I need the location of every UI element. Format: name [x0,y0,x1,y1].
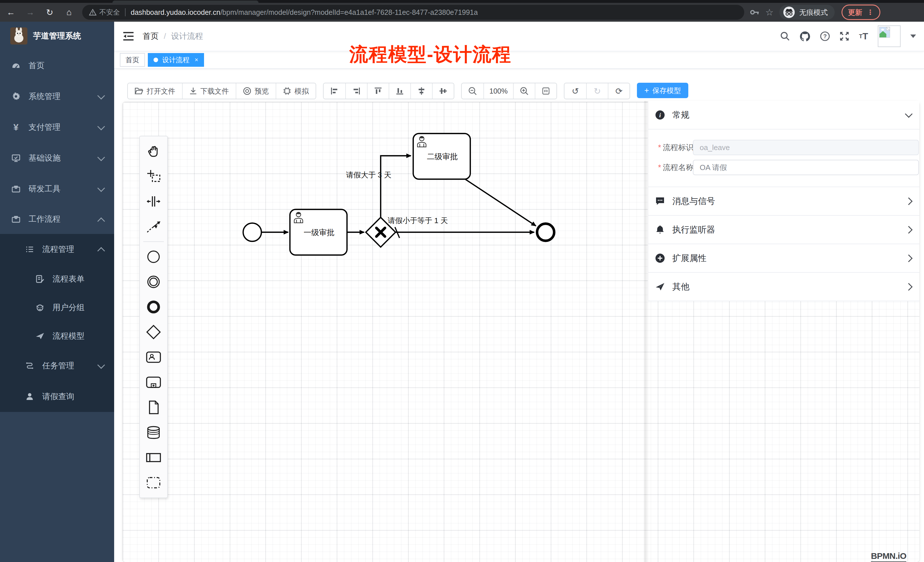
plus-circle-icon [655,253,665,263]
info-icon: i [655,110,665,120]
save-model-button[interactable]: + 保存模型 [637,83,688,98]
section-message-signal[interactable]: 消息与信号 [648,187,920,216]
tab-home[interactable]: 首页 [120,53,145,67]
align-center-h-button[interactable] [410,83,432,99]
flow-label-gt[interactable]: 请假大于 3 天 [346,171,392,179]
sidebar-item-system[interactable]: 系统管理 [0,81,114,112]
undo-button[interactable]: ↺ [564,83,586,99]
user-task-1[interactable]: 一级审批 [290,210,347,255]
palette-subprocess[interactable] [140,370,167,395]
avatar-dropdown-caret[interactable] [910,34,916,38]
url-bar[interactable]: 不安全 dashboard.yudao.iocoder.cn/bpm/manag… [82,5,744,20]
palette-space-tool[interactable] [140,189,167,214]
tab-design-process[interactable]: 设计流程 × [148,53,204,67]
browser-active-tab[interactable] [112,1,258,3]
section-general[interactable]: i 常规 [648,101,920,129]
button-label: 模拟 [294,87,309,96]
browser-back-button[interactable]: ← [2,7,20,17]
browser-navbar: ← → ↻ ⌂ 不安全 dashboard.yudao.iocoder.cn/b… [0,3,924,22]
redo-button[interactable]: ↻ [586,83,608,99]
process-key-input[interactable] [693,140,919,155]
palette-group[interactable] [140,470,167,495]
close-icon[interactable]: × [195,56,198,64]
align-center-v-button[interactable] [432,83,454,99]
bookmark-star-icon[interactable]: ☆ [765,7,774,18]
help-icon[interactable]: ? [820,31,830,41]
sidebar-item-devtools[interactable]: 研发工具 [0,174,114,204]
palette-lasso-tool[interactable] [140,164,167,189]
flow-label-le[interactable]: 请假小于等于 1 天 [388,216,448,225]
sidebar-item-workflow[interactable]: 工作流程 [0,204,114,234]
sidebar-fold-icon[interactable] [123,32,134,40]
sidebar-item-user-group[interactable]: 用户分组 [0,293,114,322]
palette-user-task[interactable] [140,345,167,370]
flow-task2-to-end[interactable] [465,179,536,226]
section-other[interactable]: 其他 [648,273,920,301]
end-event-node[interactable] [537,224,554,241]
zoom-reset-button[interactable] [535,83,556,99]
palette-hand-tool[interactable] [140,139,167,164]
align-left-button[interactable] [324,83,345,99]
browser-menu-icon[interactable]: ⋮ [867,8,874,16]
palette-data-object[interactable] [140,395,167,420]
palette-end-event[interactable] [140,294,167,319]
sidebar-item-process-mgmt[interactable]: 流程管理 [0,234,114,265]
search-icon[interactable] [780,31,790,41]
section-extended-attrs[interactable]: 扩展属性 [648,244,920,273]
chevron-down-icon [97,361,105,369]
start-event-node[interactable] [243,223,261,241]
button-label: 打开文件 [147,87,175,96]
palette-data-store[interactable] [140,420,167,445]
browser-update-button[interactable]: 更新 ⋮ [842,4,880,20]
palette-participant[interactable] [140,445,167,470]
user-task-2[interactable]: 二级审批 [413,133,470,179]
download-file-button[interactable]: 下载文件 [182,83,236,99]
bell-icon [655,225,665,234]
process-name-input[interactable] [693,160,919,175]
section-execution-listener[interactable]: 执行监听器 [648,216,920,244]
face-icon [35,303,45,312]
sidebar-item-infra[interactable]: 基础设施 [0,142,114,174]
sidebar-item-leave-query[interactable]: 请假查询 [0,381,114,412]
flow-gateway-to-task2[interactable] [381,156,411,217]
password-key-icon[interactable] [750,9,760,16]
brand[interactable]: 芋道管理系统 [0,22,114,50]
avatar[interactable] [878,25,901,47]
browser-reload-button[interactable]: ↻ [41,7,58,17]
align-right-button[interactable] [345,83,367,99]
zoom-out-button[interactable] [462,83,483,99]
bpmn-io-watermark[interactable]: BPMN.iO [871,551,906,562]
zoom-button-group: 100% [461,83,557,99]
security-warning[interactable]: 不安全 [89,8,120,17]
sidebar-item-process-model[interactable]: 流程模型 [0,322,114,350]
browser-tabstrip [0,0,924,3]
brand-logo-avatar [10,27,27,45]
fullscreen-icon[interactable] [840,31,849,41]
simulate-button[interactable]: 模拟 [276,83,316,99]
zoom-in-button[interactable] [513,83,535,99]
font-size-icon[interactable]: TT [859,31,868,42]
sidebar: 芋道管理系统 首页 系统管理 ¥ 支付管理 基础设施 [0,22,114,562]
general-fields: *流程标识 *流程名称 [648,129,920,187]
align-bottom-button[interactable] [388,83,410,99]
preview-button[interactable]: 预览 [236,83,276,99]
palette-gateway[interactable] [140,319,167,345]
palette-intermediate-event[interactable] [140,269,167,294]
open-file-button[interactable]: 打开文件 [128,83,182,99]
sidebar-item-task-mgmt[interactable]: 任务管理 [0,350,114,381]
align-top-button[interactable] [367,83,388,99]
browser-home-button[interactable]: ⌂ [60,7,78,17]
github-icon[interactable] [800,31,810,41]
breadcrumb-home[interactable]: 首页 [142,31,159,42]
tags-view-bar: 首页 设计流程 × [114,51,924,69]
palette-start-event[interactable] [140,244,167,269]
plus-icon: + [644,86,649,95]
save-label: 保存模型 [652,86,681,95]
sidebar-item-process-form[interactable]: 流程表单 [0,265,114,293]
browser-forward-button[interactable]: → [22,7,39,17]
palette-global-connect-tool[interactable] [140,214,167,239]
restart-button[interactable]: ⟳ [608,83,630,99]
chip-icon [283,87,291,95]
sidebar-item-home[interactable]: 首页 [0,50,114,81]
sidebar-item-payment[interactable]: ¥ 支付管理 [0,112,114,142]
